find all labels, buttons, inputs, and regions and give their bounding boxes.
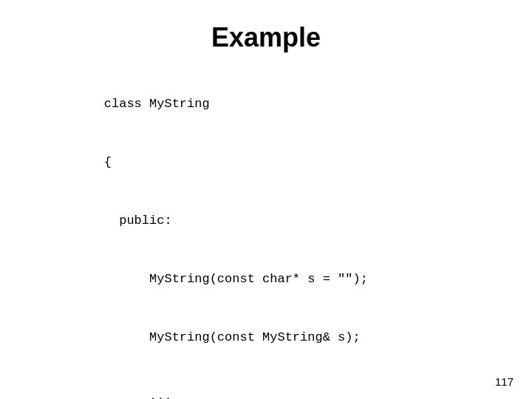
code-line-3: public: [104,214,172,228]
slide: Example class MyString { public: MyStrin… [0,0,532,399]
slide-number: 117 [495,375,514,388]
code-line-4: MyString(const char* s = ""); [104,272,368,286]
code-line-6: ... [104,389,172,400]
code-line-1: class MyString [104,97,210,111]
code-line-2: { [104,155,112,169]
code-line-5: MyString(const MyString& s); [104,330,361,344]
slide-title: Example [211,22,321,53]
code-block: class MyString { public: MyString(const … [74,75,368,399]
